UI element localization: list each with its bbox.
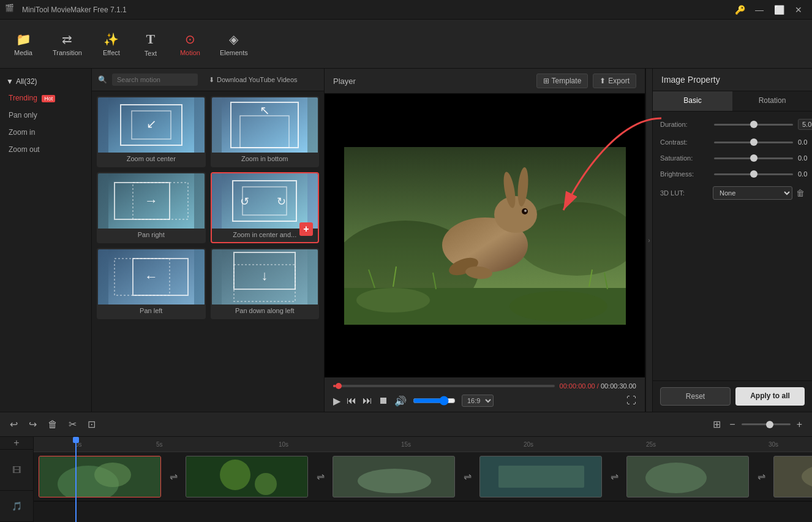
- maximize-button[interactable]: ⬜: [770, 4, 788, 16]
- motion-card-zoom-out-center[interactable]: ↙ Zoom out center: [97, 96, 206, 167]
- track-label-video: 🎞: [0, 450, 33, 491]
- toolbar-item-transition[interactable]: ⇄ Transition: [44, 28, 91, 60]
- key-icon[interactable]: 🔑: [731, 4, 748, 16]
- duration-value: 5.0s: [798, 119, 812, 130]
- apply-to-all-button[interactable]: Apply to all: [735, 387, 805, 406]
- search-input[interactable]: [112, 74, 198, 86]
- transition-5[interactable]: ⇌: [749, 456, 773, 497]
- crop-button[interactable]: ⊡: [85, 416, 98, 433]
- delete-button[interactable]: 🗑: [45, 417, 60, 433]
- toolbar-item-transition-label: Transition: [53, 49, 82, 56]
- volume-button[interactable]: 🔊: [394, 395, 407, 407]
- fullscreen-button[interactable]: ⛶: [626, 395, 636, 406]
- zoom-in-button[interactable]: +: [794, 417, 805, 433]
- motion-card-pan-right[interactable]: → Pan right: [97, 172, 206, 243]
- toolbar-item-media[interactable]: 📁 Media: [5, 28, 42, 60]
- player-controls: 00:00:00.00 / 00:00:30.00 ▶ ⏮ ⏭ ⏹ 🔊 16:9…: [325, 377, 645, 412]
- play-button[interactable]: ▶: [333, 395, 340, 407]
- stop-button[interactable]: ⏹: [378, 395, 388, 406]
- toolbar-item-elements[interactable]: ◈ Elements: [211, 28, 257, 60]
- lut-select[interactable]: None: [713, 186, 792, 200]
- clip-6[interactable]: [773, 456, 812, 497]
- motion-card-pan-down-label: Pan down along left: [212, 304, 318, 318]
- duration-label: Duration:: [660, 121, 709, 128]
- panel-collapse-handle[interactable]: ›: [645, 69, 653, 412]
- download-youtube-btn[interactable]: ⬇ Download YouTube Videos: [209, 76, 298, 84]
- volume-slider[interactable]: [413, 396, 456, 406]
- motion-card-thumb: ↓: [212, 249, 318, 304]
- toolbar-item-text[interactable]: T Text: [132, 28, 169, 61]
- track-label-add[interactable]: +: [0, 437, 33, 450]
- motion-grid-scroll[interactable]: ↙ Zoom out center: [92, 91, 324, 412]
- category-zoom-in[interactable]: Zoom in: [0, 124, 91, 141]
- svg-text:←: ←: [145, 269, 158, 284]
- transition-1[interactable]: ⇌: [161, 456, 186, 497]
- scrubber-thumb[interactable]: [336, 383, 342, 389]
- text-icon: T: [146, 31, 156, 47]
- reset-button[interactable]: Reset: [660, 387, 731, 406]
- track-labels: + 🎞 🎵: [0, 437, 34, 522]
- category-trending[interactable]: Trending Hot: [0, 89, 91, 107]
- video-container: [344, 147, 626, 325]
- transition-3[interactable]: ⇌: [455, 456, 479, 497]
- template-button[interactable]: ⊞ Template: [536, 74, 588, 88]
- toolbar-item-effect[interactable]: ✨ Effect: [93, 28, 130, 60]
- player-title: Player: [333, 77, 356, 86]
- prev-frame-button[interactable]: ⏮: [347, 395, 356, 406]
- motion-card-zoom-in-bottom[interactable]: ↖ Zoom in bottom: [211, 96, 320, 167]
- transition-4[interactable]: ⇌: [602, 456, 626, 497]
- collapse-icon: ▼: [6, 77, 13, 86]
- tab-rotation[interactable]: Rotation: [732, 91, 812, 111]
- export-label: Export: [608, 77, 630, 85]
- zoom-out-button[interactable]: −: [727, 417, 737, 433]
- lut-delete-button[interactable]: 🗑: [796, 188, 805, 198]
- category-header-all[interactable]: ▼ All(32): [0, 74, 91, 89]
- svg-point-30: [494, 196, 537, 233]
- right-panel-header: Image Property: [653, 69, 812, 91]
- duration-slider[interactable]: [714, 124, 793, 126]
- category-pan-only[interactable]: Pan only: [0, 107, 91, 124]
- clip-4[interactable]: [479, 456, 602, 497]
- brightness-row: Brightness: 0.0: [660, 170, 805, 178]
- add-to-timeline-badge[interactable]: +: [299, 222, 313, 236]
- svg-rect-12: [222, 173, 307, 229]
- saturation-label: Saturation:: [660, 154, 709, 162]
- playhead-head: [73, 437, 79, 443]
- scrubber-track[interactable]: [333, 385, 555, 387]
- toolbar-item-motion[interactable]: ⊙ Motion: [171, 28, 209, 60]
- motion-card-pan-left[interactable]: ← Pan left: [97, 248, 206, 319]
- clip-1[interactable]: [39, 456, 161, 497]
- clip-3[interactable]: [333, 456, 455, 497]
- category-zoom-out[interactable]: Zoom out: [0, 141, 91, 158]
- motion-card-pan-down-along-left[interactable]: ↓ Pan down along left: [211, 248, 320, 319]
- elements-icon: ◈: [229, 32, 238, 47]
- cut-button[interactable]: ✂: [66, 416, 79, 433]
- aspect-ratio-select[interactable]: 16:9 9:16 4:3 1:1: [462, 395, 494, 407]
- brightness-slider[interactable]: [714, 173, 793, 175]
- transition-icon: ⇄: [62, 32, 72, 47]
- timeline-ruler: 0s 5s 10s 15s 20s 25s 30s: [34, 437, 812, 452]
- next-frame-button[interactable]: ⏭: [363, 395, 372, 406]
- timeline-tracks[interactable]: 0s 5s 10s 15s 20s 25s 30s: [34, 437, 812, 522]
- close-button[interactable]: ✕: [790, 4, 807, 16]
- saturation-slider[interactable]: [714, 157, 793, 159]
- transition-2[interactable]: ⇌: [308, 456, 333, 497]
- panel-footer: Reset Apply to all: [653, 380, 812, 412]
- clip-5[interactable]: [626, 456, 749, 497]
- tab-basic[interactable]: Basic: [653, 91, 732, 111]
- undo-button[interactable]: ↩: [7, 416, 20, 433]
- redo-button[interactable]: ↪: [26, 416, 39, 433]
- motion-card-zoom-in-bottom-label: Zoom in bottom: [212, 153, 318, 166]
- minimize-button[interactable]: —: [751, 4, 768, 16]
- fit-timeline-button[interactable]: ⊞: [710, 416, 723, 433]
- app-title: MiniTool MovieMaker Free 7.1.1: [22, 6, 731, 14]
- export-button[interactable]: ⬆ Export: [593, 74, 636, 88]
- player-video: [325, 94, 645, 377]
- contrast-slider[interactable]: [714, 142, 793, 143]
- motion-card-thumb: →: [98, 173, 205, 229]
- motion-card-zoom-in-center[interactable]: ↺ ↻ + Zoom in center and...: [211, 172, 320, 243]
- category-zoom-in-label: Zoom in: [9, 128, 35, 137]
- playhead[interactable]: [75, 437, 77, 522]
- clip-2[interactable]: [186, 456, 308, 497]
- zoom-slider[interactable]: [742, 423, 791, 425]
